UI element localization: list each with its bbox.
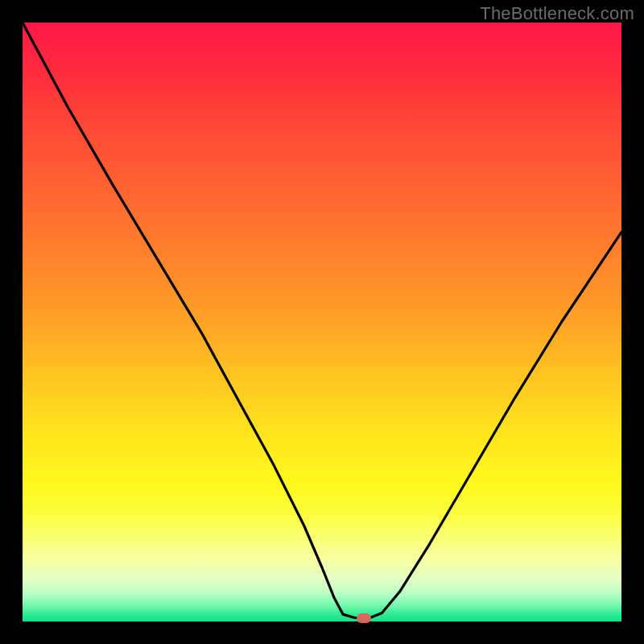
- chart-area: [23, 23, 621, 621]
- curve-path: [23, 23, 621, 618]
- min-marker: [357, 613, 371, 623]
- watermark-text: TheBottleneck.com: [480, 3, 634, 24]
- bottleneck-curve: [23, 23, 621, 621]
